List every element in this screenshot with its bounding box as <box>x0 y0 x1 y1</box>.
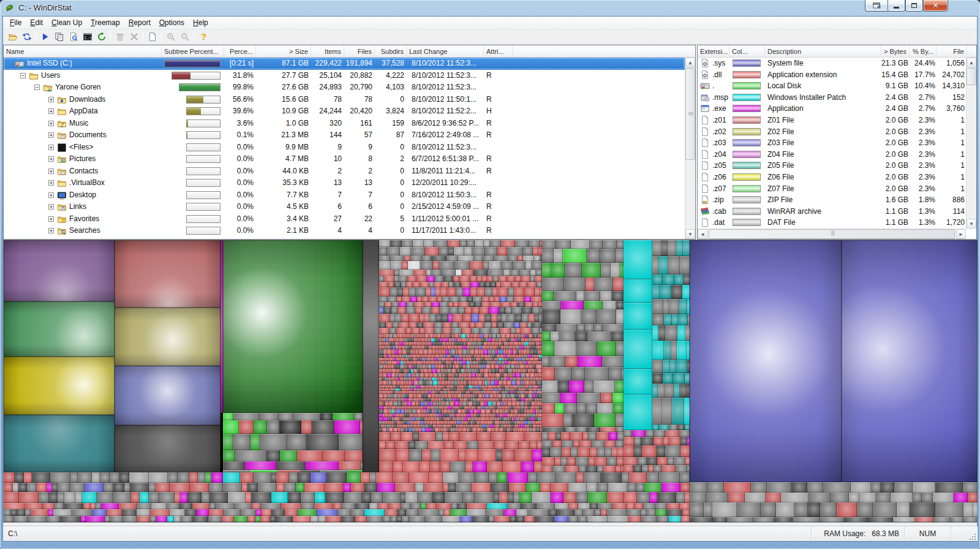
expand-toggle[interactable]: + <box>48 216 54 222</box>
scroll-down-button[interactable]: ▼ <box>967 219 976 229</box>
tree-header-files[interactable]: Files <box>344 45 375 58</box>
tree-row--files-[interactable]: +<Files>0.0%9.9 MB9908/10/2012 11:52:3..… <box>4 142 685 154</box>
extension-row-exe[interactable]: .exeApplication2.4 GB2.7%3,760 <box>698 103 966 115</box>
extension-row-msp[interactable]: .mspWindows Installer Patch2.4 GB2.7%152 <box>698 92 966 104</box>
ext-header-extensi-[interactable]: Extensi... <box>698 45 729 58</box>
minimize-button[interactable] <box>888 0 905 12</box>
expand-toggle[interactable]: + <box>48 192 54 198</box>
tree-header-subtree-percent-[interactable]: Subtree Percent... <box>162 45 224 58</box>
scroll-left-button[interactable]: ◄ <box>698 229 707 239</box>
menu-report[interactable]: Report <box>124 17 155 28</box>
expand-toggle[interactable]: + <box>48 145 54 150</box>
ext-header-description[interactable]: Description <box>765 45 881 58</box>
extension-row-dat[interactable]: .datDAT File1.1 GB1.3%1,720 <box>698 217 966 229</box>
tree-row-downloads[interactable]: +Downloads56.6%15.6 GB787808/10/2012 11:… <box>4 94 685 106</box>
tree-row-music[interactable]: +♪Music3.6%1.0 GB3201611598/6/2012 9:36:… <box>4 118 685 130</box>
refresh-selected-button[interactable] <box>94 30 108 44</box>
menu-file[interactable]: File <box>6 17 26 28</box>
tree-header-last-change[interactable]: Last Change <box>407 45 484 58</box>
tree-vertical-scrollbar[interactable]: ▲ ▼ <box>685 58 695 239</box>
close-button[interactable]: ✕ <box>923 0 948 12</box>
expand-toggle[interactable]: + <box>48 121 54 126</box>
tree-row-appdata[interactable]: +AppData39.6%10.9 GB24,24420,4203,8248/1… <box>4 105 685 118</box>
scroll-up-button[interactable]: ▲ <box>685 58 695 67</box>
tree-row-favorites[interactable]: +Favorites0.0%3.4 KB272251/11/2012 5:00:… <box>4 213 685 225</box>
tree-column-header[interactable]: NameSubtree Percent...Perce...> SizeItem… <box>4 45 695 58</box>
extension-column-header[interactable]: Extensi...Col...Description> Bytes% By..… <box>698 45 976 58</box>
extension-row-z01[interactable]: .z01Z01 File2.0 GB2.3%1 <box>698 115 966 126</box>
send-feedback-button[interactable] <box>865 0 889 12</box>
scroll-up-button[interactable]: ▲ <box>967 58 976 67</box>
menu-edit[interactable]: Edit <box>26 17 47 28</box>
expand-toggle[interactable]: + <box>48 228 54 233</box>
ext-header--by-[interactable]: % By... <box>910 45 937 58</box>
extension-horizontal-scrollbar[interactable]: ◄ ► <box>698 229 966 239</box>
tree-header--size[interactable]: > Size <box>256 45 311 58</box>
expand-toggle[interactable]: + <box>48 97 54 102</box>
tree-row-intel-ssd-c-[interactable]: Intel SSD (C:)[0:21 s]87.1 GB229,422191,… <box>4 58 685 70</box>
expand-toggle[interactable]: + <box>48 204 54 210</box>
collapse-toggle[interactable]: − <box>20 73 26 78</box>
scroll-thumb[interactable] <box>685 68 695 160</box>
tree-header-items[interactable]: Items <box>311 45 344 58</box>
open-folder-button[interactable] <box>6 30 20 44</box>
scroll-thumb[interactable] <box>967 68 976 85</box>
cell-files: 161 <box>344 118 372 130</box>
title-bar[interactable]: C: - WinDirStat ✕ <box>0 0 980 16</box>
scroll-thumb[interactable] <box>709 229 955 239</box>
extension-row-z06[interactable]: .z06Z06 File2.0 GB2.3%1 <box>698 172 966 183</box>
extension-row-dll[interactable]: .dllApplication extension15.4 GB17.7%24,… <box>698 69 966 81</box>
tree-row-searches[interactable]: +Searches0.0%2.1 KB44011/17/2011 1:43:0.… <box>4 225 685 237</box>
treemap-view[interactable] <box>3 240 977 523</box>
extension-row-sys[interactable]: .sysSystem file21.3 GB24.4%1,056 <box>698 58 966 69</box>
tree-row-desktop[interactable]: +Desktop0.0%7.7 KB7708/10/2012 11:50:3..… <box>4 189 685 202</box>
ext-header--bytes[interactable]: > Bytes <box>881 45 910 58</box>
extension-row-[interactable]: .Local Disk9.1 GB10.4%14,310 <box>698 80 966 92</box>
ext-header-file[interactable]: File <box>937 45 967 58</box>
extension-row-zip[interactable]: .zipZIP File1.6 GB1.8%886 <box>698 194 966 206</box>
menu-treemap[interactable]: Treemap <box>86 17 124 28</box>
menu-clean-up[interactable]: Clean Up <box>47 17 86 28</box>
scroll-right-button[interactable]: ► <box>956 229 966 239</box>
scroll-down-button[interactable]: ▼ <box>685 229 695 239</box>
extension-row-z05[interactable]: .z05Z05 File2.0 GB2.3%1 <box>698 160 966 172</box>
resume-button[interactable] <box>38 30 52 44</box>
treemap-canvas[interactable] <box>4 240 978 522</box>
expand-toggle[interactable]: + <box>48 108 54 114</box>
extension-row-z07[interactable]: .z07Z07 File2.0 GB2.3%1 <box>698 183 966 195</box>
item-name: Pictures <box>69 153 204 165</box>
expand-toggle[interactable]: + <box>48 180 54 186</box>
maximize-button[interactable] <box>905 0 923 12</box>
extension-row-z02[interactable]: .z02Z02 File2.0 GB2.3%1 <box>698 126 966 138</box>
extension-row-z03[interactable]: .z03Z03 File2.0 GB2.3%1 <box>698 137 966 149</box>
extension-row-cab[interactable]: .cabWinRAR archive1.1 GB1.3%114 <box>698 206 966 218</box>
tree-row-contacts[interactable]: +Contacts0.0%44.0 KB22011/8/2011 11:21:4… <box>4 165 685 178</box>
command-prompt-button[interactable]: C:\> <box>80 30 94 44</box>
tree-row-pictures[interactable]: +Pictures0.0%4.7 MB10826/7/2012 6:51:38 … <box>4 153 685 165</box>
tree-header-subdirs[interactable]: Subdirs <box>375 45 407 58</box>
explorer-here-button[interactable] <box>66 30 80 44</box>
expand-toggle[interactable]: + <box>48 168 54 174</box>
tree-row--virtualbox[interactable]: +.VirtualBox0.0%35.3 KB1313012/20/2011 1… <box>4 177 685 189</box>
tree-row-users[interactable]: −Users31.8%27.7 GB25,10420,8824,2228/10/… <box>4 70 685 82</box>
collapse-toggle[interactable]: − <box>34 85 40 90</box>
tree-row-documents[interactable]: +Documents0.1%21.3 MB14457877/16/2012 2:… <box>4 129 685 142</box>
refresh-all-button[interactable] <box>20 30 34 44</box>
tree-header-attri-[interactable]: Attri... <box>484 45 513 58</box>
menu-help[interactable]: Help <box>189 17 213 28</box>
extension-vertical-scrollbar[interactable]: ▲ ▼ <box>966 58 976 229</box>
ext-header-col-[interactable]: Col... <box>729 45 765 58</box>
tree-row-yarone-goren[interactable]: −Yarone Goren99.8%27.6 GB24,89320,7904,1… <box>4 81 685 94</box>
user-defined-cleanup-button[interactable] <box>145 30 159 44</box>
help-button[interactable]: ?? <box>196 30 210 44</box>
resize-grip[interactable] <box>968 532 976 540</box>
expand-toggle[interactable]: + <box>48 156 54 162</box>
expand-toggle[interactable]: + <box>48 132 54 138</box>
tree-header-perce-[interactable]: Perce... <box>224 45 256 58</box>
tree-header-name[interactable]: Name <box>4 45 162 58</box>
tree-row-links[interactable]: +Links0.0%4.5 KB6602/15/2012 4:59:09 ...… <box>4 201 685 213</box>
cell-attributes: R <box>486 118 505 130</box>
extension-row-z04[interactable]: .z04Z04 File2.0 GB2.3%1 <box>698 149 966 161</box>
copy-path-button[interactable] <box>52 30 66 44</box>
menu-options[interactable]: Options <box>155 17 189 28</box>
